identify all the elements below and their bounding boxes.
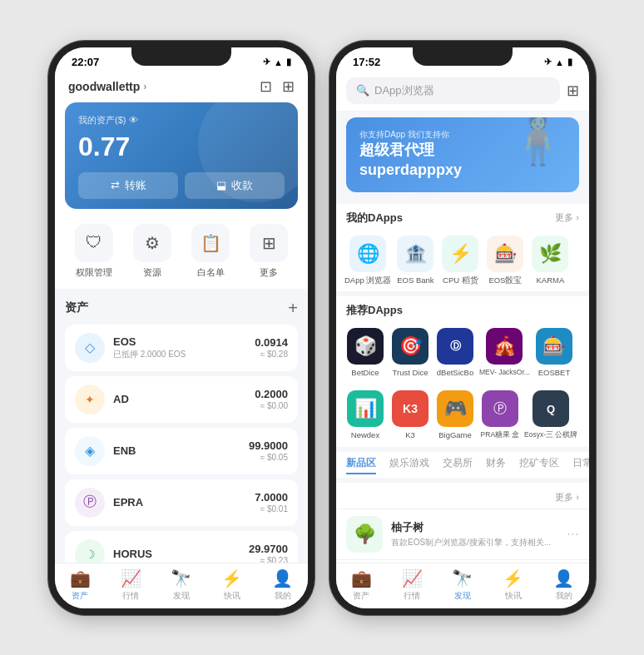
asset-row-horus[interactable]: ☽ HORUS 29.9700 ≈ $0.23 (65, 531, 298, 563)
dapp-eos-dice[interactable]: 🎰 EOS骰宝 (483, 232, 528, 288)
quick-icon-whitelist[interactable]: 📋 白名单 (191, 224, 230, 279)
add-asset-button[interactable]: + (288, 299, 298, 318)
my-dapps-more[interactable]: 更多 › (555, 211, 579, 224)
yuzishu-icon: 🌳 (346, 516, 383, 553)
right-assets-nav-icon: 💼 (351, 568, 372, 588)
asset-row-ad[interactable]: ✦ AD 0.2000 ≈ $0.00 (65, 376, 298, 423)
cat-entertainment[interactable]: 娱乐游戏 (389, 457, 429, 474)
asset-row-enb[interactable]: ◈ ENB 99.9000 ≈ $0.05 (65, 428, 298, 474)
header-icons: ⊡ ⊞ (260, 77, 295, 96)
ad-amounts: 0.2000 ≈ $0.00 (255, 388, 288, 410)
dapp-mev[interactable]: 🎪 MEV- JacksOr... (478, 325, 532, 380)
right-nav-profile[interactable]: 👤 我的 (538, 568, 589, 602)
enb-icon: ◈ (75, 436, 105, 466)
banner-big-text: 超级君代理superdapppxy (359, 141, 462, 180)
cat-mining[interactable]: 挖矿专区 (519, 457, 559, 474)
new-apps-more[interactable]: 更多 › (555, 491, 579, 504)
left-phone: 22:07 ✈ ▲ ▮ goodwallettp › ⊡ ⊞ (48, 41, 315, 615)
right-nav-discover[interactable]: 🔭 发现 (438, 568, 488, 602)
balance-actions: ⇄ 转账 ⬓ 收款 (78, 172, 285, 199)
new-app-yuzishu[interactable]: 🌳 柚子树 首款EOS制户浏览器/搜索引擎，支持相关... ··· (336, 509, 589, 559)
right-news-nav-icon: ⚡ (503, 568, 523, 588)
right-phone-content: 🔍 DApp浏览器 ⊞ 你支持DApp 我们支持你 超级君代理superdapp… (336, 74, 589, 608)
dapp-eosbank[interactable]: 🏦 EOS Bank (393, 232, 438, 288)
quick-icon-resources[interactable]: ⚙ 资源 (133, 224, 171, 279)
enb-amounts: 99.9000 ≈ $0.05 (249, 439, 288, 462)
notch (131, 47, 231, 66)
resources-icon: ⚙ (133, 224, 171, 262)
ad-icon: ✦ (75, 385, 105, 414)
dapp-biggame[interactable]: 🎮 BigGame (433, 387, 478, 443)
wallet-name[interactable]: goodwallettp › (68, 80, 146, 93)
ad-info: AD (113, 393, 246, 405)
nav-discover[interactable]: 🔭 发现 (156, 568, 207, 602)
betdice-icon: 🎲 (347, 328, 384, 365)
dapp-newdex[interactable]: 📊 Newdex (343, 387, 388, 443)
cpu-icon: ⚡ (442, 236, 478, 272)
dapp-cpu[interactable]: ⚡ CPU 稻货 (438, 232, 483, 288)
asset-row-epra[interactable]: Ⓟ EPRA 7.0000 ≈ $0.01 (65, 479, 298, 526)
right-scan-icon[interactable]: ⊞ (567, 82, 579, 100)
dapp-browser[interactable]: 🌐 DApp 浏览器 (343, 232, 393, 288)
nav-news[interactable]: ⚡ 快讯 (206, 568, 257, 602)
right-airplane-icon: ✈ (544, 57, 552, 67)
cat-exchange[interactable]: 交易所 (443, 457, 473, 474)
balance-label: 我的资产($) 👁 (78, 114, 285, 127)
eosyx-icon: Q (533, 390, 569, 427)
eos-icon: ◇ (75, 333, 105, 363)
nav-profile[interactable]: 👤 我的 (257, 568, 308, 602)
nav-market[interactable]: 📈 行情 (106, 568, 156, 602)
right-nav-assets[interactable]: 💼 资产 (336, 568, 387, 602)
karma-icon: 🌿 (532, 236, 568, 272)
my-dapps-header: 我的DApps 更多 › (336, 204, 589, 229)
eosbank-icon: 🏦 (397, 236, 433, 272)
mev-icon: 🎪 (486, 328, 523, 365)
horus-icon: ☽ (75, 539, 105, 563)
right-battery-icon: ▮ (567, 57, 572, 67)
assets-title: 资产 (65, 300, 88, 315)
dapp-eosbet[interactable]: 🎰 EOSBET (532, 325, 577, 380)
dapp-k3[interactable]: K3 K3 (388, 387, 433, 443)
cat-daily[interactable]: 日常工... (572, 457, 589, 474)
dapp-betdice[interactable]: 🎲 BetDice (343, 325, 388, 380)
eos-amounts: 0.0914 ≈ $0.28 (255, 336, 288, 359)
quick-icon-permissions[interactable]: 🛡 权限管理 (75, 224, 113, 279)
eos-dice-icon: 🎰 (487, 236, 523, 272)
qr-icon[interactable]: ⊡ (260, 77, 272, 96)
search-bar-wrapper: 🔍 DApp浏览器 ⊞ (336, 74, 589, 111)
recommended-dapps-section: 推荐DApps 🎲 BetDice 🎯 Trust Dice Ⓓ dBetSic… (336, 296, 589, 447)
dapp-karma[interactable]: 🌿 KARMA (528, 232, 572, 288)
receive-button[interactable]: ⬓ 收款 (185, 172, 285, 199)
cat-new[interactable]: 新品区 (346, 457, 376, 474)
eosbet-icon: 🎰 (536, 328, 572, 365)
yuzishu-info: 柚子树 首款EOS制户浏览器/搜索引擎，支持相关... (391, 520, 558, 548)
my-dapps-row: 🌐 DApp 浏览器 🏦 EOS Bank ⚡ CPU 稻货 🎰 EOS骰宝 (336, 229, 589, 291)
pra-icon: Ⓟ (482, 390, 518, 427)
search-bar[interactable]: 🔍 DApp浏览器 (346, 77, 560, 104)
asset-row-eos[interactable]: ◇ EOS 已抵押 2.0000 EOS 0.0914 ≈ $0.28 (65, 325, 298, 371)
dapp-dbetsicbo[interactable]: Ⓓ dBetSicBo (433, 325, 478, 380)
quick-icon-more[interactable]: ⊞ 更多 (250, 224, 288, 279)
recommended-header: 推荐DApps (336, 296, 589, 321)
left-header: goodwallettp › ⊡ ⊞ (55, 74, 308, 102)
scan-icon[interactable]: ⊞ (282, 77, 295, 96)
right-nav-market[interactable]: 📈 行情 (387, 568, 438, 602)
assets-section: 资产 + ◇ EOS 已抵押 2.0000 EOS 0.0914 ≈ $0.28 (55, 289, 308, 563)
nav-assets[interactable]: 💼 资产 (55, 568, 106, 602)
recommended-row-2: 📊 Newdex K3 K3 🎮 BigGame Ⓟ PRA糖果 盒 (336, 384, 589, 446)
discover-nav-icon: 🔭 (171, 568, 191, 588)
airplane-icon: ✈ (263, 57, 270, 67)
transfer-button[interactable]: ⇄ 转账 (78, 172, 178, 199)
permissions-icon: 🛡 (75, 224, 113, 262)
right-nav-news[interactable]: ⚡ 快讯 (488, 568, 538, 602)
promo-banner[interactable]: 你支持DApp 我们支持你 超级君代理superdapppxy 🧍 (346, 117, 579, 192)
horus-amounts: 29.9700 ≈ $0.23 (249, 543, 288, 563)
cat-finance[interactable]: 财务 (486, 457, 506, 474)
dapp-trustdice[interactable]: 🎯 Trust Dice (388, 325, 433, 380)
whitelist-icon: 📋 (191, 224, 230, 262)
eye-icon[interactable]: 👁 (129, 115, 138, 125)
dapp-pra[interactable]: Ⓟ PRA糖果 盒 (478, 387, 523, 443)
wifi-icon: ▲ (274, 57, 283, 67)
dapp-eosyx[interactable]: Q Eosyx-三 公棋牌 (523, 387, 579, 443)
search-icon: 🔍 (356, 84, 369, 97)
